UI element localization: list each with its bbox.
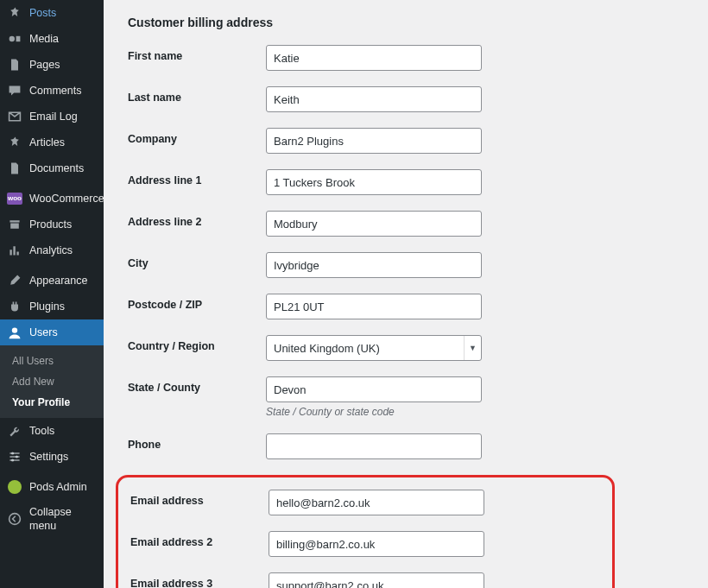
input-state[interactable] <box>266 376 482 402</box>
pods-icon <box>7 479 22 495</box>
woo-icon: woo <box>7 191 22 206</box>
submenu-item-your-profile[interactable]: Your Profile <box>0 392 104 413</box>
highlight-email-fields: Email address Email address 2 Email addr… <box>116 475 615 588</box>
row-postcode: Postcode / ZIP <box>128 294 684 319</box>
input-email2[interactable] <box>269 531 484 557</box>
sidebar-submenu-users: All Users Add New Your Profile <box>0 345 104 418</box>
input-phone[interactable] <box>266 433 482 459</box>
sidebar-item-label: Plugins <box>29 300 65 313</box>
row-email2: Email address 2 <box>130 531 600 557</box>
input-city[interactable] <box>266 252 482 278</box>
collapse-icon <box>7 511 22 527</box>
admin-sidebar: Posts Media Pages Comments Email Log Art… <box>0 0 104 588</box>
svg-point-4 <box>11 458 14 461</box>
sidebar-item-label: Users <box>29 326 58 339</box>
row-city: City <box>128 252 684 278</box>
label-email: Email address <box>130 490 269 507</box>
submenu-item-add-new[interactable]: Add New <box>0 371 104 392</box>
wrench-icon <box>7 423 22 439</box>
sidebar-item-label: Collapse menu <box>29 505 97 533</box>
row-email: Email address <box>130 490 600 515</box>
sidebar-item-label: Documents <box>29 161 84 175</box>
sidebar-item-articles[interactable]: Articles <box>0 130 104 155</box>
row-last-name: Last name <box>128 86 684 112</box>
sidebar-item-products[interactable]: Products <box>0 212 104 237</box>
row-address1: Address line 1 <box>128 169 684 195</box>
label-postcode: Postcode / ZIP <box>128 294 266 311</box>
row-first-name: First name <box>128 45 684 71</box>
sidebar-item-label: Pods Admin <box>29 480 87 494</box>
sidebar-item-posts[interactable]: Posts <box>0 0 104 26</box>
sidebar-item-label: Appearance <box>29 274 87 288</box>
input-email3[interactable] <box>269 572 484 588</box>
input-last-name[interactable] <box>266 86 482 112</box>
row-company: Company <box>128 128 684 154</box>
mail-icon <box>7 109 22 124</box>
svg-point-0 <box>9 36 15 41</box>
sidebar-item-appearance[interactable]: Appearance <box>0 268 104 294</box>
chevron-down-icon: ▼ <box>464 336 481 360</box>
sliders-icon <box>7 449 22 465</box>
label-email3: Email address 3 <box>130 572 269 588</box>
input-first-name[interactable] <box>266 45 482 71</box>
pin-icon <box>7 135 22 150</box>
row-email3: Email address 3 <box>130 572 600 588</box>
svg-point-5 <box>9 514 21 525</box>
select-country[interactable]: United Kingdom (UK) ▼ <box>266 335 482 361</box>
plug-icon <box>7 299 22 314</box>
submenu-item-all-users[interactable]: All Users <box>0 351 104 371</box>
hint-state: State / County or state code <box>266 406 482 418</box>
label-state: State / County <box>128 376 266 394</box>
profile-content: Customer billing address First name Last… <box>104 0 708 588</box>
sidebar-item-comments[interactable]: Comments <box>0 78 104 104</box>
sidebar-item-label: Pages <box>29 58 60 72</box>
input-postcode[interactable] <box>266 294 482 319</box>
sidebar-item-pages[interactable]: Pages <box>0 52 104 78</box>
sidebar-item-tools[interactable]: Tools <box>0 418 104 444</box>
sidebar-item-woocommerce[interactable]: woo WooCommerce <box>0 186 104 212</box>
label-last-name: Last name <box>128 86 266 104</box>
sidebar-item-plugins[interactable]: Plugins <box>0 294 104 319</box>
row-country: Country / Region United Kingdom (UK) ▼ <box>128 335 684 361</box>
sidebar-item-label: Email Log <box>29 110 78 123</box>
archive-icon <box>7 217 22 232</box>
sidebar-item-collapse[interactable]: Collapse menu <box>0 500 104 538</box>
label-city: City <box>128 252 266 269</box>
sidebar-item-documents[interactable]: Documents <box>0 155 104 181</box>
sidebar-item-settings[interactable]: Settings <box>0 444 104 470</box>
sidebar-item-label: Settings <box>29 450 68 464</box>
sidebar-item-label: Articles <box>29 136 65 149</box>
sidebar-item-label: Media <box>29 32 59 46</box>
svg-point-2 <box>11 452 14 454</box>
select-value: United Kingdom (UK) <box>274 342 380 355</box>
input-address1[interactable] <box>266 169 482 195</box>
user-icon <box>7 325 22 340</box>
label-address1: Address line 1 <box>128 169 266 187</box>
label-first-name: First name <box>128 45 266 62</box>
sidebar-item-users[interactable]: Users <box>0 319 104 345</box>
media-icon <box>7 31 22 47</box>
sidebar-item-label: Analytics <box>29 243 73 257</box>
label-email2: Email address 2 <box>130 531 269 548</box>
chart-icon <box>7 243 22 258</box>
sidebar-item-label: Posts <box>29 6 56 20</box>
input-email[interactable] <box>269 490 484 515</box>
label-phone: Phone <box>128 433 266 451</box>
page-icon <box>7 57 22 73</box>
label-address2: Address line 2 <box>128 211 266 228</box>
brush-icon <box>7 273 22 288</box>
sidebar-item-email-log[interactable]: Email Log <box>0 104 104 130</box>
input-company[interactable] <box>266 128 482 154</box>
input-address2[interactable] <box>266 211 482 237</box>
pin-icon <box>7 5 22 21</box>
sidebar-item-analytics[interactable]: Analytics <box>0 237 104 263</box>
sidebar-item-media[interactable]: Media <box>0 26 104 52</box>
page-icon <box>7 161 22 176</box>
comment-icon <box>7 83 22 98</box>
label-country: Country / Region <box>128 335 266 352</box>
sidebar-item-label: Products <box>29 218 72 231</box>
svg-point-1 <box>12 327 17 332</box>
sidebar-item-pods-admin[interactable]: Pods Admin <box>0 474 104 500</box>
sidebar-item-label: Tools <box>29 424 54 438</box>
row-state: State / County State / County or state c… <box>128 376 684 418</box>
